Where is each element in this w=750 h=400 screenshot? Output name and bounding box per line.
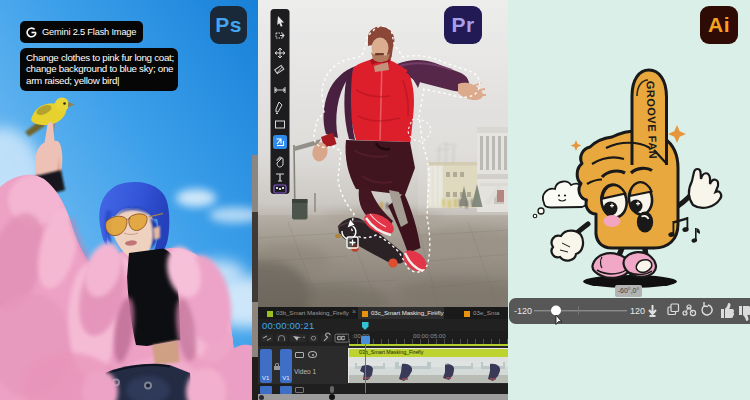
svg-text:CC: CC — [337, 336, 345, 342]
svg-text:120: 120 — [630, 306, 645, 316]
svg-text:-120: -120 — [514, 306, 532, 316]
